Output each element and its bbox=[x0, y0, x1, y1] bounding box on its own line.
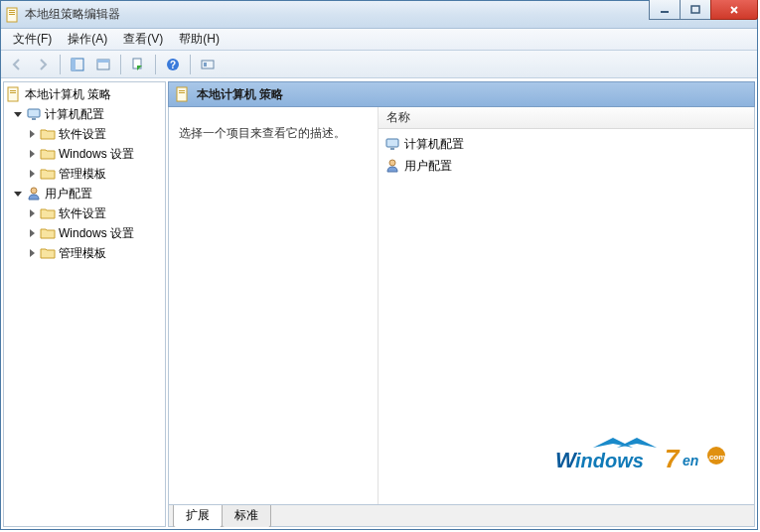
menu-file[interactable]: 文件(F) bbox=[5, 29, 60, 50]
tree-computer-config[interactable]: 计算机配置 bbox=[4, 104, 165, 124]
folder-icon bbox=[40, 205, 56, 221]
collapse-icon[interactable] bbox=[12, 188, 24, 200]
tree-label: 管理模板 bbox=[59, 165, 106, 183]
svg-rect-18 bbox=[28, 109, 40, 117]
tree-root-label: 本地计算机 策略 bbox=[25, 85, 111, 103]
list-item-label: 计算机配置 bbox=[404, 135, 464, 153]
toolbar: ? bbox=[1, 51, 757, 78]
close-button[interactable] bbox=[710, 0, 758, 20]
detail-panel: 本地计算机 策略 选择一个项目来查看它的描述。 名称 计算机配置 bbox=[168, 81, 755, 527]
titlebar: 本地组策略编辑器 bbox=[1, 1, 757, 29]
tree-admin-templates[interactable]: 管理模板 bbox=[4, 243, 165, 263]
options-button[interactable] bbox=[196, 54, 220, 75]
folder-icon bbox=[40, 166, 56, 182]
tree-windows-settings[interactable]: Windows 设置 bbox=[4, 144, 165, 164]
collapse-icon[interactable] bbox=[12, 108, 24, 120]
svg-rect-1 bbox=[9, 10, 15, 11]
svg-rect-21 bbox=[177, 87, 187, 101]
list-header[interactable]: 名称 bbox=[379, 107, 754, 129]
svg-rect-15 bbox=[8, 87, 18, 101]
list-item-user[interactable]: 用户配置 bbox=[379, 155, 754, 177]
app-icon bbox=[5, 7, 21, 23]
name-column-header[interactable]: 名称 bbox=[379, 109, 418, 126]
svg-rect-5 bbox=[691, 6, 699, 13]
svg-rect-9 bbox=[97, 60, 109, 63]
window-title: 本地组策略编辑器 bbox=[25, 6, 120, 23]
toolbar-separator bbox=[155, 55, 156, 74]
svg-text:?: ? bbox=[170, 60, 176, 70]
description-column: 选择一个项目来查看它的描述。 bbox=[169, 107, 378, 504]
svg-rect-22 bbox=[179, 90, 185, 91]
svg-rect-3 bbox=[9, 14, 15, 15]
svg-rect-14 bbox=[204, 63, 207, 66]
maximize-button[interactable] bbox=[680, 0, 711, 20]
detail-heading: 本地计算机 策略 bbox=[197, 86, 283, 103]
policy-icon bbox=[6, 86, 22, 102]
expand-icon[interactable] bbox=[26, 128, 38, 140]
help-button[interactable]: ? bbox=[161, 54, 185, 75]
tree-panel[interactable]: 本地计算机 策略 计算机配置 软件设置 Windows 设置 管理模板 bbox=[3, 81, 166, 527]
toolbar-separator bbox=[190, 55, 191, 74]
svg-rect-2 bbox=[9, 12, 15, 13]
tab-standard[interactable]: 标准 bbox=[222, 505, 271, 527]
folder-icon bbox=[40, 225, 56, 241]
tree-windows-settings[interactable]: Windows 设置 bbox=[4, 223, 165, 243]
minimize-button[interactable] bbox=[649, 0, 681, 20]
menu-help[interactable]: 帮助(H) bbox=[171, 29, 228, 50]
folder-icon bbox=[40, 245, 56, 261]
svg-point-26 bbox=[389, 160, 395, 166]
menu-action[interactable]: 操作(A) bbox=[60, 29, 115, 50]
user-icon bbox=[384, 158, 400, 174]
svg-rect-4 bbox=[661, 11, 669, 13]
tab-extended[interactable]: 扩展 bbox=[173, 505, 223, 527]
tree-software-settings[interactable]: 软件设置 bbox=[4, 124, 165, 144]
tree-label: 管理模板 bbox=[59, 244, 106, 262]
tree-software-settings[interactable]: 软件设置 bbox=[4, 203, 165, 223]
description-prompt: 选择一个项目来查看它的描述。 bbox=[179, 126, 346, 140]
svg-rect-13 bbox=[202, 61, 214, 68]
menu-view[interactable]: 查看(V) bbox=[115, 29, 171, 50]
folder-icon bbox=[40, 126, 56, 142]
tree-label: Windows 设置 bbox=[59, 145, 134, 163]
tree-root[interactable]: 本地计算机 策略 bbox=[4, 84, 165, 104]
expand-icon[interactable] bbox=[26, 227, 38, 239]
forward-button[interactable] bbox=[31, 54, 55, 75]
svg-rect-16 bbox=[10, 90, 16, 91]
list-item-computer[interactable]: 计算机配置 bbox=[379, 133, 754, 155]
detail-tabs: 扩展 标准 bbox=[168, 505, 755, 527]
svg-rect-7 bbox=[72, 59, 76, 70]
user-icon bbox=[26, 186, 42, 201]
menubar: 文件(F) 操作(A) 查看(V) 帮助(H) bbox=[1, 29, 757, 51]
toolbar-separator bbox=[60, 55, 61, 74]
properties-button[interactable] bbox=[91, 54, 115, 75]
toolbar-separator bbox=[120, 55, 121, 74]
tree-label: 用户配置 bbox=[45, 185, 92, 202]
policy-icon bbox=[175, 86, 191, 102]
list-column: 名称 计算机配置 用户配置 bbox=[378, 107, 754, 504]
computer-icon bbox=[26, 106, 42, 122]
svg-rect-17 bbox=[10, 92, 16, 93]
export-button[interactable] bbox=[126, 54, 150, 75]
computer-icon bbox=[384, 136, 400, 152]
svg-rect-23 bbox=[179, 92, 185, 93]
expand-icon[interactable] bbox=[26, 247, 38, 259]
svg-point-20 bbox=[31, 188, 37, 194]
tree-label: 软件设置 bbox=[59, 125, 106, 143]
tree-label: 软件设置 bbox=[59, 204, 106, 222]
back-button[interactable] bbox=[5, 54, 29, 75]
expand-icon[interactable] bbox=[26, 207, 38, 219]
detail-header: 本地计算机 策略 bbox=[168, 81, 755, 107]
tree-user-config[interactable]: 用户配置 bbox=[4, 184, 165, 203]
expand-icon[interactable] bbox=[26, 168, 38, 180]
svg-rect-24 bbox=[386, 139, 398, 147]
expand-icon[interactable] bbox=[26, 148, 38, 160]
svg-rect-25 bbox=[390, 148, 394, 150]
svg-rect-19 bbox=[32, 118, 36, 120]
tree-admin-templates[interactable]: 管理模板 bbox=[4, 164, 165, 184]
tree-label: 计算机配置 bbox=[45, 105, 104, 123]
list-item-label: 用户配置 bbox=[404, 157, 452, 175]
show-hide-tree-button[interactable] bbox=[66, 54, 89, 75]
tree-label: Windows 设置 bbox=[59, 224, 134, 242]
folder-icon bbox=[40, 146, 56, 162]
